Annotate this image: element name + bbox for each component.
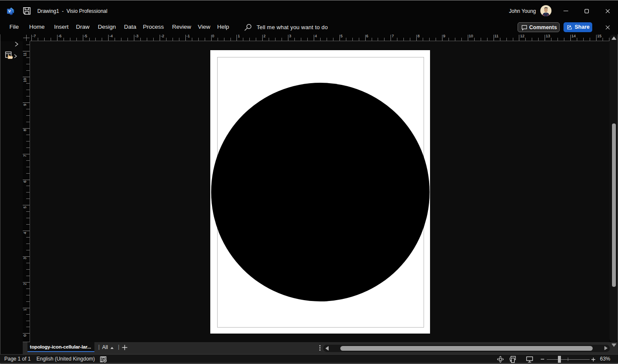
- svg-text:V: V: [8, 9, 11, 13]
